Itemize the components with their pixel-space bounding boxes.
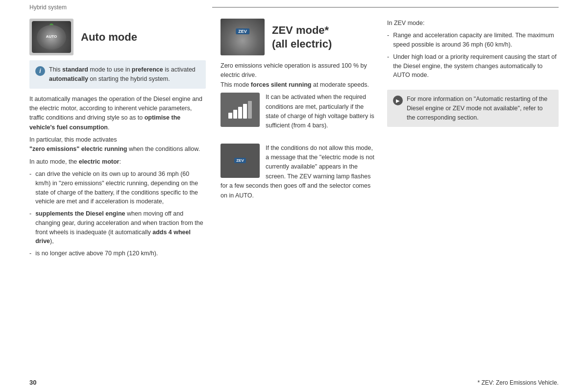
zev-bullet-2: - Under high load or a priority requirem… xyxy=(387,52,559,80)
battery-image xyxy=(220,93,260,127)
zev-small-badge: ZEV xyxy=(234,158,246,163)
battery-icon xyxy=(228,101,252,119)
auto-dial-graphic: AUTO xyxy=(32,21,71,53)
page-header: Hybrid system xyxy=(0,0,588,14)
auto-mode-title: Auto mode xyxy=(81,31,137,44)
info-icon: i xyxy=(35,66,45,76)
zev-bullet-text-2: Under high load or a priority requiremen… xyxy=(393,52,559,80)
zev-right-bullets: - Range and acceleration capacity are li… xyxy=(387,31,559,80)
page-footer: 30 * ZEV: Zero Emissions Vehicle. xyxy=(29,379,559,386)
header-divider xyxy=(212,7,559,8)
bullet-dash-3: - xyxy=(29,249,31,258)
zev-battery-section: It can be activated when the required co… xyxy=(220,93,377,134)
zev-bullet-text-1: Range and acceleration capacity are limi… xyxy=(393,31,559,49)
right-column: In ZEV mode: - Range and acceleration ca… xyxy=(387,19,559,261)
auto-info-box: i This standard mode to use in preferenc… xyxy=(29,60,206,89)
page-number: 30 xyxy=(29,379,36,386)
auto-info-text: This standard mode to use in preference … xyxy=(49,65,200,84)
bullet-dash-2: - xyxy=(29,209,31,219)
bullet-dash-1: - xyxy=(29,170,31,179)
bar1 xyxy=(228,113,232,119)
bullet-text-2: supplements the Diesel engine when movin… xyxy=(35,209,206,246)
right-info-box: ▶ For more information on "Automatic res… xyxy=(387,90,559,127)
right-info-text: For more information on "Automatic resta… xyxy=(407,95,553,122)
bullet-text-3: is no longer active above 70 mph (120 km… xyxy=(35,249,158,258)
header-title: Hybrid system xyxy=(29,4,202,11)
zev-mode-image: ZEV xyxy=(220,19,265,55)
main-content: AUTO Auto mode i This standard mode to u… xyxy=(0,14,588,266)
auto-mode-header: AUTO Auto mode xyxy=(29,19,206,55)
zev-mode-header: ZEV ZEV mode* (all electric) xyxy=(220,19,377,55)
zev-dash-1: - xyxy=(387,31,389,40)
zev-bullet-1: - Range and acceleration capacity are li… xyxy=(387,31,559,49)
auto-body1: It automatically manages the operation o… xyxy=(29,95,206,133)
footnote: * ZEV: Zero Emissions Vehicle. xyxy=(477,379,559,386)
bar3 xyxy=(238,107,242,119)
zev-right-intro: In ZEV mode: xyxy=(387,19,559,28)
auto-dial-inner: AUTO xyxy=(37,25,66,49)
bullet-item-2: - supplements the Diesel engine when mov… xyxy=(29,209,206,246)
zev-body1: Zero emissions vehicle operation is assu… xyxy=(220,61,377,90)
auto-body3: In auto mode, the electric motor: xyxy=(29,157,206,167)
zev-conditions-section: ZEV If the conditions do not allow this … xyxy=(220,144,377,203)
auto-mode-image: AUTO xyxy=(29,19,74,55)
auto-label: AUTO xyxy=(46,35,57,39)
zev-dial-graphic: ZEV xyxy=(220,19,265,55)
zev-mode-title: ZEV mode* (all electric) xyxy=(272,24,332,50)
page: Hybrid system AUTO Auto mode xyxy=(0,0,588,392)
bullet-item-1: - can drive the vehicle on its own up to… xyxy=(29,170,206,206)
zev-badge: ZEV xyxy=(236,28,249,34)
zev-dash-2: - xyxy=(387,52,389,62)
auto-bullet-list: - can drive the vehicle on its own up to… xyxy=(29,170,206,258)
bar2 xyxy=(233,110,237,119)
bar4 xyxy=(243,104,247,119)
bullet-item-3: - is no longer active above 70 mph (120 … xyxy=(29,249,206,258)
auto-body2: In particular, this mode activates "zero… xyxy=(29,135,206,154)
bullet-text-1: can drive the vehicle on its own up to a… xyxy=(35,170,206,206)
left-column: AUTO Auto mode i This standard mode to u… xyxy=(29,19,220,261)
zev-conditions-image: ZEV xyxy=(220,144,260,178)
right-info-icon: ▶ xyxy=(393,96,403,105)
bar5 xyxy=(248,101,252,119)
mid-column: ZEV ZEV mode* (all electric) Zero emissi… xyxy=(220,19,387,261)
